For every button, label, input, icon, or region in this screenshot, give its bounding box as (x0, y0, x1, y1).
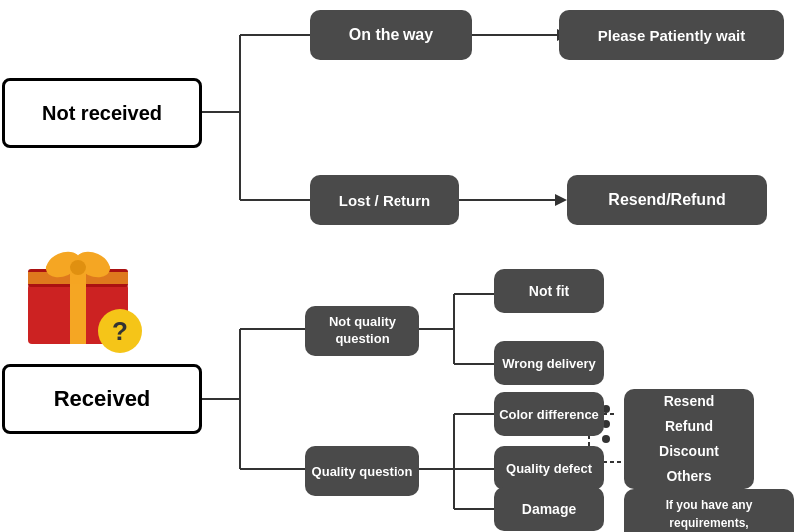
on-the-way-box: On the way (310, 10, 472, 60)
requirements-label: If you have anyrequirements,please tell … (666, 496, 753, 532)
lost-return-box: Lost / Return (310, 175, 459, 225)
options-box: ResendRefundDiscountOthers (624, 389, 754, 489)
not-quality-box: Not qualityquestion (305, 306, 419, 356)
question-badge: ? (98, 309, 142, 353)
please-wait-box: Please Patiently wait (559, 10, 784, 60)
not-received-box: Not received (2, 78, 202, 148)
options-label: ResendRefundDiscountOthers (659, 389, 719, 490)
received-box: Received (2, 364, 202, 434)
resend-refund-top-box: Resend/Refund (567, 175, 767, 225)
quality-question-box: Quality question (305, 446, 419, 496)
svg-marker-7 (555, 194, 567, 206)
svg-point-33 (70, 260, 86, 275)
requirements-box: If you have anyrequirements,please tell … (624, 489, 794, 532)
not-quality-label: Not qualityquestion (329, 314, 396, 348)
svg-point-26 (602, 435, 610, 443)
not-fit-box: Not fit (494, 269, 604, 313)
diagram: Not received On the way Please Patiently… (0, 0, 799, 532)
quality-defect-box: Quality defect (494, 446, 604, 490)
color-difference-box: Color difference (494, 392, 604, 436)
damage-box: Damage (494, 487, 604, 531)
wrong-delivery-box: Wrong delivery (494, 341, 604, 385)
